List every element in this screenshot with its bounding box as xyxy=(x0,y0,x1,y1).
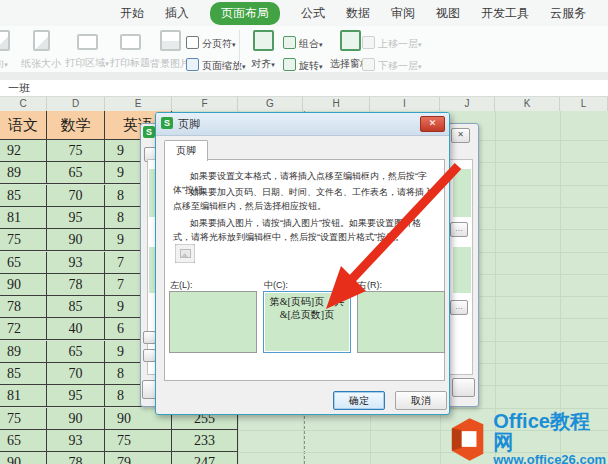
column-header-strip: CDEFGHIJKL xyxy=(0,97,608,112)
right-footer-editbox[interactable] xyxy=(357,291,445,353)
ribbon-label: 打印标题 xyxy=(110,56,150,70)
column-header-J[interactable]: J xyxy=(440,97,495,111)
table-cell[interactable]: 90 xyxy=(0,274,47,296)
close-icon[interactable]: ✕ xyxy=(420,116,445,132)
table-cell[interactable]: 93 xyxy=(47,252,105,274)
tab-页面布局[interactable]: 页面布局 xyxy=(210,2,280,25)
table-cell[interactable]: 65 xyxy=(0,430,47,452)
bg-picture-icon xyxy=(160,30,181,51)
ribbon-button-rotate[interactable]: 旋转▾ xyxy=(283,55,323,73)
column-header-E[interactable]: E xyxy=(105,97,172,111)
table-cell[interactable]: 81 xyxy=(0,207,47,229)
table-cell[interactable]: 70 xyxy=(47,363,105,385)
print-area-icon xyxy=(77,34,98,50)
custom-header-button[interactable]: … xyxy=(450,222,468,237)
table-cell[interactable]: 65 xyxy=(47,341,105,363)
ribbon-button-group[interactable]: 组合▾ xyxy=(283,33,323,51)
center-footer-editbox[interactable]: 第&[页码]页，共 &[总页数]页 xyxy=(263,291,351,353)
ribbon-label: 下移一层▾ xyxy=(378,60,422,71)
ribbon-button-page-zoom[interactable]: 页面缩放▾ xyxy=(186,55,246,73)
center-footer-value: 第&[页码]页，共 &[总页数]页 xyxy=(264,292,350,321)
table-cell[interactable]: 65 xyxy=(47,162,105,184)
tab-footer[interactable]: 页脚 xyxy=(164,140,208,161)
footer-tab-panel: 如果要设置文本格式，请将插入点移至编辑框内，然后按“字体”按钮。 如果要加入页码… xyxy=(164,159,445,381)
ok-button[interactable]: 确定 xyxy=(333,391,385,410)
table-cell[interactable]: 65 xyxy=(0,252,47,274)
table-cell[interactable]: 81 xyxy=(0,385,47,407)
table-cell[interactable]: 90 xyxy=(47,229,105,251)
table-cell[interactable]: 40 xyxy=(47,318,105,340)
table-cell[interactable]: 75 xyxy=(0,229,47,251)
paper-size-icon xyxy=(33,30,50,51)
tab-云服务[interactable]: 云服务 xyxy=(550,5,586,22)
column-header-D[interactable]: D xyxy=(47,97,105,111)
column-header-F[interactable]: F xyxy=(172,97,238,111)
table-cell[interactable]: 92 xyxy=(0,140,47,162)
orientation-icon xyxy=(0,30,10,51)
cancel-button[interactable]: 取消 xyxy=(395,391,447,410)
table-cell[interactable]: 70 xyxy=(47,185,105,207)
tab-开始[interactable]: 开始 xyxy=(120,5,144,22)
table-cell[interactable]: 95 xyxy=(47,207,105,229)
left-footer-editbox[interactable] xyxy=(169,291,257,353)
footer-dialog: S 页脚 ✕ 页脚 如果要设置文本格式，请将插入点移至编辑框内，然后按“字体”按… xyxy=(155,112,450,415)
table-cell[interactable]: 85 xyxy=(0,363,47,385)
tab-数据[interactable]: 数据 xyxy=(346,5,370,22)
tab-审阅[interactable]: 审阅 xyxy=(391,5,415,22)
table-cell[interactable]: 95 xyxy=(47,385,105,407)
ribbon-button-page-break[interactable]: 分页符▾ xyxy=(186,33,236,51)
column-header-L[interactable]: L xyxy=(560,97,608,111)
column-header-C[interactable]: C xyxy=(0,97,47,111)
ribbon-label: 背景图片 xyxy=(150,57,190,71)
table-cell[interactable]: 78 xyxy=(47,452,105,464)
wps-logo-icon: S xyxy=(161,117,173,129)
table-cell[interactable]: 数学 xyxy=(47,111,105,140)
selection-pane-icon xyxy=(340,30,361,51)
ribbon-button-bg-picture: 背景图片 xyxy=(150,30,190,71)
ribbon-button-move-down: 下移一层▾ xyxy=(362,55,422,73)
footer-dialog-titlebar[interactable]: S 页脚 ✕ xyxy=(156,113,449,136)
ribbon-button-area: 向▾纸张大小打印区域▾打印标题背景图片分页符▾页面缩放▾对齐▾组合▾旋转▾选择窗… xyxy=(0,26,608,72)
column-header-K[interactable]: K xyxy=(495,97,560,111)
page-setup-cancel-partial[interactable] xyxy=(452,378,475,397)
table-cell[interactable]: 93 xyxy=(47,430,105,452)
column-header-I[interactable]: I xyxy=(370,97,440,111)
table-cell[interactable]: 75 xyxy=(47,140,105,162)
tab-插入[interactable]: 插入 xyxy=(165,5,189,22)
formula-bar[interactable]: 一班 xyxy=(0,80,608,97)
table-cell[interactable]: 90 xyxy=(47,408,105,430)
tab-视图[interactable]: 视图 xyxy=(436,5,460,22)
page-break-icon xyxy=(186,36,199,49)
table-cell[interactable]: 85 xyxy=(47,296,105,318)
table-cell[interactable]: 85 xyxy=(0,185,47,207)
ribbon-button-align[interactable]: 对齐▾ xyxy=(244,30,282,71)
watermark-title: Office教程网 xyxy=(493,411,608,453)
ribbon-label: 分页符▾ xyxy=(202,38,236,49)
tab-开发工具[interactable]: 开发工具 xyxy=(481,5,529,22)
table-cell[interactable]: 78 xyxy=(0,296,47,318)
table-cell[interactable]: 89 xyxy=(0,162,47,184)
dialog-title: 页脚 xyxy=(178,117,200,132)
page-setup-close-icon[interactable]: ✕ xyxy=(451,128,470,143)
column-header-H[interactable]: H xyxy=(303,97,370,111)
ribbon-label: 组合▾ xyxy=(299,38,323,49)
table-cell[interactable]: 233 xyxy=(172,430,238,452)
column-header-G[interactable]: G xyxy=(238,97,303,111)
table-cell[interactable]: 89 xyxy=(0,341,47,363)
table-cell[interactable]: 90 xyxy=(0,452,47,464)
table-cell[interactable]: 79 xyxy=(105,452,172,464)
ribbon-label: 向▾ xyxy=(0,57,16,71)
ribbon-button-print-title: 打印标题 xyxy=(110,30,150,70)
instruction-paragraph-2: 如果要加入页码、日期、时间、文件名、工作表名，请将插入点移至编辑框内，然后选择相… xyxy=(173,186,438,213)
ribbon-label: 打印区域▾ xyxy=(63,56,111,70)
custom-footer-button[interactable]: … xyxy=(450,300,468,315)
table-cell[interactable]: 75 xyxy=(105,430,172,452)
table-cell[interactable]: 247 xyxy=(172,452,238,464)
tab-公式[interactable]: 公式 xyxy=(301,5,325,22)
instruction-paragraph-3: 如果要插入图片，请按“插入图片”按钮。如果要设置图片格式，请将光标放到编辑框中，… xyxy=(173,217,438,244)
ribbon-button-orientation: 向▾ xyxy=(0,30,16,71)
table-cell[interactable]: 78 xyxy=(47,274,105,296)
table-cell[interactable]: 75 xyxy=(0,408,47,430)
table-cell[interactable]: 语文 xyxy=(0,111,47,140)
table-cell[interactable]: 72 xyxy=(0,318,47,340)
